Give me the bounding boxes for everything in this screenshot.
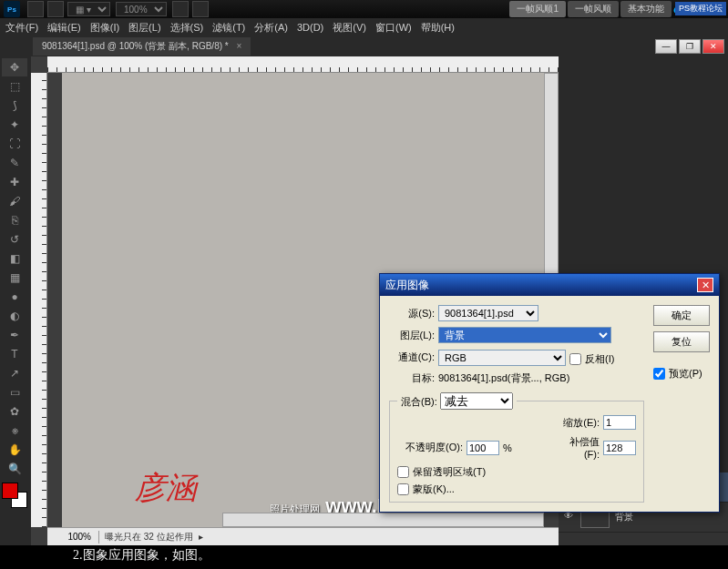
blend-fieldset: 混合(B): 减去 缩放(E): 不透明度(O): % 补偿值(F): 保留透明… xyxy=(389,392,644,503)
source-label: 源(S): xyxy=(389,307,435,320)
apply-image-dialog: 应用图像 ✕ 源(S): 9081364[1].psd 图层(L): 背景 通道… xyxy=(379,273,720,513)
zoom-field[interactable] xyxy=(47,532,93,542)
caption-text: 2.图象应用图象，如图。 xyxy=(73,547,210,564)
preview-checkbox[interactable]: 预览(P) xyxy=(653,367,710,381)
blend-legend: 混合(B): xyxy=(401,396,437,407)
menu-filter[interactable]: 滤镜(T) xyxy=(212,21,245,35)
offset-input[interactable] xyxy=(603,441,636,455)
document-tab-bar: 9081364[1].psd @ 100% (背景 副本, RGB/8) * ×… xyxy=(0,36,728,56)
hand-tool[interactable]: ✋ xyxy=(2,441,27,459)
workspace-tab-c[interactable]: 基本功能 xyxy=(620,1,672,17)
scale-label: 缩放(E): xyxy=(554,416,600,430)
menu-bar: 文件(F) 编辑(E) 图像(I) 图层(L) 选择(S) 滤镜(T) 分析(A… xyxy=(0,18,728,36)
menu-analysis[interactable]: 分析(A) xyxy=(254,21,288,35)
watermark-text: 彦涵 xyxy=(135,467,197,509)
workspace-tab-b[interactable]: 一帧风顺 xyxy=(568,1,619,17)
opacity-input[interactable] xyxy=(467,441,499,455)
path-tool[interactable]: ↗ xyxy=(2,364,27,382)
gradient-tool[interactable]: ▦ xyxy=(2,269,27,287)
app-logo: Ps xyxy=(4,1,20,17)
layer-name[interactable]: 背景 xyxy=(615,511,633,523)
zoom-select[interactable]: 100% xyxy=(116,2,167,16)
invert-checkbox[interactable]: 反相(I) xyxy=(569,352,615,366)
target-label: 目标: xyxy=(389,371,435,385)
document-tab-label: 9081364[1].psd @ 100% (背景 副本, RGB/8) * xyxy=(42,41,229,51)
eraser-tool[interactable]: ◧ xyxy=(2,249,27,268)
zoom-tool[interactable]: 🔍 xyxy=(2,460,27,478)
menu-view[interactable]: 视图(V) xyxy=(333,21,366,35)
maximize-button[interactable]: ❐ xyxy=(679,39,701,54)
status-info: 曝光只在 32 位起作用 xyxy=(105,531,193,544)
status-bar: 曝光只在 32 位起作用 ▸ xyxy=(47,527,559,545)
layer-label: 图层(L): xyxy=(389,329,435,342)
scrollbar-horizontal[interactable] xyxy=(222,513,544,527)
preserve-checkbox[interactable]: 保留透明区域(T) xyxy=(397,465,636,479)
blur-tool[interactable]: ● xyxy=(2,288,27,306)
offset-label: 补偿值(F): xyxy=(554,435,600,460)
corner-badge: PS教程论坛 xyxy=(675,2,726,15)
source-select[interactable]: 9081364[1].psd xyxy=(438,305,538,321)
menu-image[interactable]: 图像(I) xyxy=(90,21,119,35)
title-bar: Ps ▦ ▾ 100% 一帧风顺1 一帧风顺 基本功能 CS Live PS教程… xyxy=(0,0,728,18)
menu-layer[interactable]: 图层(L) xyxy=(128,21,160,35)
dialog-titlebar[interactable]: 应用图像 ✕ xyxy=(380,274,719,296)
ruler-horizontal[interactable] xyxy=(47,56,559,73)
menu-select[interactable]: 选择(S) xyxy=(170,21,204,35)
minibridge-icon[interactable] xyxy=(47,1,64,17)
status-arrow-icon[interactable]: ▸ xyxy=(199,532,203,542)
rotate-icon[interactable] xyxy=(192,1,209,17)
move-tool[interactable]: ✥ xyxy=(2,58,27,76)
dodge-tool[interactable]: ◐ xyxy=(2,307,27,325)
marquee-tool[interactable]: ⬚ xyxy=(2,77,27,96)
pen-tool[interactable]: ✒ xyxy=(2,326,27,344)
crop-tool[interactable]: ⛶ xyxy=(2,135,27,153)
opacity-label: 不透明度(O): xyxy=(397,441,463,454)
mask-checkbox[interactable]: 蒙版(K)... xyxy=(397,483,636,496)
3d-tool[interactable]: ✿ xyxy=(2,402,27,421)
menu-edit[interactable]: 编辑(E) xyxy=(47,21,81,35)
color-swatch[interactable] xyxy=(2,483,27,508)
cancel-button[interactable]: 复位 xyxy=(653,331,710,352)
channel-label: 通道(C): xyxy=(389,351,435,364)
type-tool[interactable]: T xyxy=(2,345,27,363)
dialog-title-text: 应用图像 xyxy=(385,278,429,293)
menu-3d[interactable]: 3D(D) xyxy=(297,22,323,33)
menu-file[interactable]: 文件(F) xyxy=(5,21,38,35)
scale-input[interactable] xyxy=(603,415,636,430)
bridge-icon[interactable] xyxy=(27,1,44,17)
window-controls: — ❐ ✕ xyxy=(655,39,724,54)
layer-select[interactable]: 背景 xyxy=(438,327,611,343)
hand-icon[interactable] xyxy=(172,1,189,17)
lasso-tool[interactable]: ⟆ xyxy=(2,97,27,115)
brush-tool[interactable]: 🖌 xyxy=(2,192,27,210)
fg-color[interactable] xyxy=(2,483,18,499)
eyedropper-tool[interactable]: ✎ xyxy=(2,154,27,172)
minimize-button[interactable]: — xyxy=(655,39,677,54)
dialog-close-button[interactable]: ✕ xyxy=(697,278,713,292)
document-tab[interactable]: 9081364[1].psd @ 100% (背景 副本, RGB/8) * × xyxy=(33,37,251,56)
layout-select[interactable]: ▦ ▾ xyxy=(67,2,110,16)
stamp-tool[interactable]: ⎘ xyxy=(2,211,27,229)
channel-select[interactable]: RGB xyxy=(438,350,566,366)
shape-tool[interactable]: ▭ xyxy=(2,383,27,401)
blend-select[interactable]: 减去 xyxy=(440,392,513,410)
toolbox: ✥ ⬚ ⟆ ✦ ⛶ ✎ ✚ 🖌 ⎘ ↺ ◧ ▦ ● ◐ ✒ T ↗ ▭ ✿ ⎈ … xyxy=(0,56,31,545)
document-close-icon[interactable]: × xyxy=(236,41,241,51)
menu-help[interactable]: 帮助(H) xyxy=(421,21,455,35)
heal-tool[interactable]: ✚ xyxy=(2,173,27,191)
menu-window[interactable]: 窗口(W) xyxy=(375,21,412,35)
workspace-tab-a[interactable]: 一帧风顺1 xyxy=(509,1,566,17)
history-brush-tool[interactable]: ↺ xyxy=(2,230,27,249)
target-value: 9081364[1].psd(背景..., RGB) xyxy=(438,371,569,385)
ok-button[interactable]: 确定 xyxy=(653,305,710,326)
wand-tool[interactable]: ✦ xyxy=(2,116,27,134)
camera-tool[interactable]: ⎈ xyxy=(2,422,27,440)
close-button[interactable]: ✕ xyxy=(702,39,724,54)
visibility-icon[interactable]: 👁 xyxy=(562,511,575,523)
ruler-vertical[interactable] xyxy=(31,73,47,527)
percent-label: % xyxy=(503,442,512,453)
